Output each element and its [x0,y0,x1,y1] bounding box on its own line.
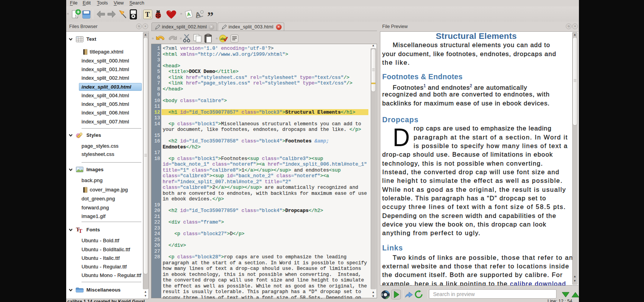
svg-text:T: T [79,228,82,233]
svg-text:”: ” [207,11,214,18]
svg-text:1: 1 [150,16,151,19]
